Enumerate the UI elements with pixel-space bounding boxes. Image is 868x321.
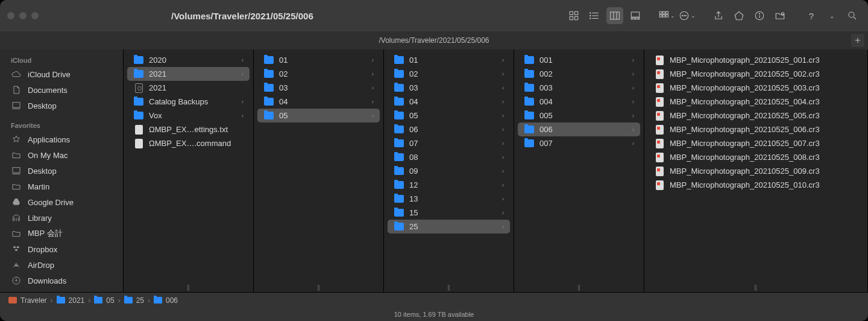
- file-row[interactable]: ΩMBP_EX….command: [127, 136, 250, 150]
- folder-icon: [394, 55, 404, 66]
- chevron-right-icon: ›: [372, 112, 374, 119]
- column-resize-handle[interactable]: ‖: [317, 284, 321, 291]
- help-button[interactable]: ?: [803, 7, 820, 24]
- sidebar-item-label: Desktop: [28, 167, 57, 176]
- file-row[interactable]: 04›: [388, 95, 510, 109]
- file-row[interactable]: MBP_Microphotograph_20210525_007.cr3: [648, 136, 864, 150]
- file-row[interactable]: 08›: [388, 150, 510, 164]
- file-row[interactable]: 04›: [257, 95, 380, 109]
- file-row[interactable]: 03›: [257, 81, 380, 95]
- file-label: MBP_Microphotograph_20210525_001.cr3: [670, 56, 858, 65]
- file-row[interactable]: 2021›: [127, 67, 250, 81]
- file-row[interactable]: 001›: [518, 53, 640, 67]
- file-row[interactable]: Catalog Backups›: [127, 95, 250, 109]
- file-row[interactable]: 13›: [388, 192, 510, 206]
- file-row[interactable]: 03›: [388, 81, 510, 95]
- file-row[interactable]: 09›: [388, 164, 510, 178]
- file-row[interactable]: MBP_Microphotograph_20210525_010.cr3: [648, 178, 864, 192]
- column-resize-handle[interactable]: ‖: [187, 284, 190, 291]
- file-row[interactable]: 2020›: [127, 53, 250, 67]
- file-label: MBP_Microphotograph_20210525_002.cr3: [670, 69, 858, 78]
- sidebar-item[interactable]: Desktop: [0, 98, 123, 113]
- sidebar-item[interactable]: Downloads: [0, 273, 123, 288]
- info-button[interactable]: [751, 7, 768, 24]
- folder-icon: [524, 110, 535, 121]
- column-resize-handle[interactable]: ‖: [754, 284, 758, 291]
- path-segment[interactable]: Traveler: [8, 296, 47, 305]
- sidebar-item[interactable]: Dropbox: [0, 241, 123, 257]
- folder-icon: [394, 124, 404, 135]
- file-row[interactable]: 004›: [518, 95, 640, 109]
- file-row[interactable]: 006›: [518, 122, 640, 136]
- file-row[interactable]: 02›: [388, 67, 510, 81]
- sidebar-item[interactable]: Library: [0, 210, 123, 226]
- file-row[interactable]: 2021: [127, 81, 250, 95]
- sidebar-item[interactable]: Documents: [0, 82, 123, 98]
- sidebar-item[interactable]: Google Drive: [0, 194, 123, 210]
- free-space: 1.69 TB available: [423, 311, 474, 318]
- file-row[interactable]: MBP_Microphotograph_20210525_001.cr3: [648, 53, 864, 67]
- path-segment[interactable]: 2021: [57, 296, 85, 305]
- list-view-button[interactable]: [586, 7, 603, 24]
- gallery-view-button[interactable]: [627, 7, 644, 24]
- new-folder-button[interactable]: [772, 7, 788, 24]
- tags-button[interactable]: [731, 7, 747, 24]
- file-row[interactable]: 05›: [388, 109, 510, 122]
- file-row[interactable]: 02›: [257, 67, 380, 81]
- image-file-icon: [654, 124, 665, 135]
- file-row[interactable]: 002›: [518, 67, 640, 81]
- sidebar-item-label: MBP 会計: [28, 228, 63, 239]
- file-row[interactable]: MBP_Microphotograph_20210525_003.cr3: [648, 81, 864, 95]
- file-row[interactable]: 003›: [518, 81, 640, 95]
- file-row[interactable]: MBP_Microphotograph_20210525_002.cr3: [648, 67, 864, 81]
- group-by-button[interactable]: ⌄: [658, 7, 675, 24]
- file-row[interactable]: 007›: [518, 136, 640, 150]
- file-row[interactable]: 06›: [388, 122, 510, 136]
- desktop-icon: [11, 165, 22, 176]
- path-segment[interactable]: 25: [124, 296, 144, 305]
- file-label: MBP_Microphotograph_20210525_003.cr3: [670, 83, 858, 92]
- new-tab-button[interactable]: +: [851, 34, 864, 47]
- search-button[interactable]: [844, 7, 861, 24]
- file-row[interactable]: MBP_Microphotograph_20210525_006.cr3: [648, 122, 864, 136]
- file-row[interactable]: MBP_Microphotograph_20210525_009.cr3: [648, 164, 864, 178]
- zoom-window-button[interactable]: [31, 12, 39, 19]
- action-menu-button[interactable]: ⌄: [679, 7, 696, 24]
- column-view-button[interactable]: [606, 7, 623, 24]
- chevron-right-icon: ›: [632, 71, 634, 77]
- file-row[interactable]: Vox›: [127, 109, 250, 122]
- icon-view-button[interactable]: [565, 7, 582, 24]
- overflow-button[interactable]: ⌄: [823, 7, 840, 24]
- file-row[interactable]: MBP_Microphotograph_20210525_004.cr3: [648, 95, 864, 109]
- file-row[interactable]: MBP_Microphotograph_20210525_008.cr3: [648, 150, 864, 164]
- close-window-button[interactable]: [7, 12, 14, 19]
- svg-point-9: [590, 18, 591, 19]
- column-resize-handle[interactable]: ‖: [577, 284, 581, 291]
- sidebar-item[interactable]: MBP 会計: [0, 226, 123, 241]
- sidebar-item[interactable]: iCloud Drive: [0, 66, 123, 82]
- path-segment[interactable]: 006: [154, 296, 178, 305]
- file-label: 07: [409, 139, 497, 148]
- sidebar-item[interactable]: Desktop: [0, 163, 123, 179]
- minimize-window-button[interactable]: [19, 12, 27, 19]
- sidebar-item[interactable]: On My Mac: [0, 147, 123, 163]
- share-button[interactable]: [710, 7, 727, 24]
- chevron-right-icon: ›: [632, 84, 634, 91]
- path-segment[interactable]: 05: [94, 296, 114, 305]
- file-row[interactable]: 12›: [388, 178, 510, 192]
- folder-icon: [133, 69, 144, 80]
- file-row[interactable]: 25›: [388, 220, 510, 234]
- sidebar-item[interactable]: AirDrop: [0, 257, 123, 273]
- file-row[interactable]: MBP_Microphotograph_20210525_005.cr3: [648, 109, 864, 122]
- file-row[interactable]: 15›: [388, 206, 510, 220]
- file-row[interactable]: 01›: [257, 53, 380, 67]
- file-row[interactable]: 07›: [388, 136, 510, 150]
- column-resize-handle[interactable]: ‖: [447, 284, 451, 291]
- file-row[interactable]: 005›: [518, 109, 640, 122]
- file-row[interactable]: 05›: [257, 109, 380, 122]
- tab-title[interactable]: /Volumes/Traveler/2021/05/25/006: [379, 36, 489, 45]
- sidebar-item[interactable]: Applications: [0, 132, 123, 147]
- file-row[interactable]: 01›: [388, 53, 510, 67]
- file-row[interactable]: ΩMBP_EX…ettings.txt: [127, 122, 250, 136]
- sidebar-item[interactable]: Martin: [0, 179, 123, 194]
